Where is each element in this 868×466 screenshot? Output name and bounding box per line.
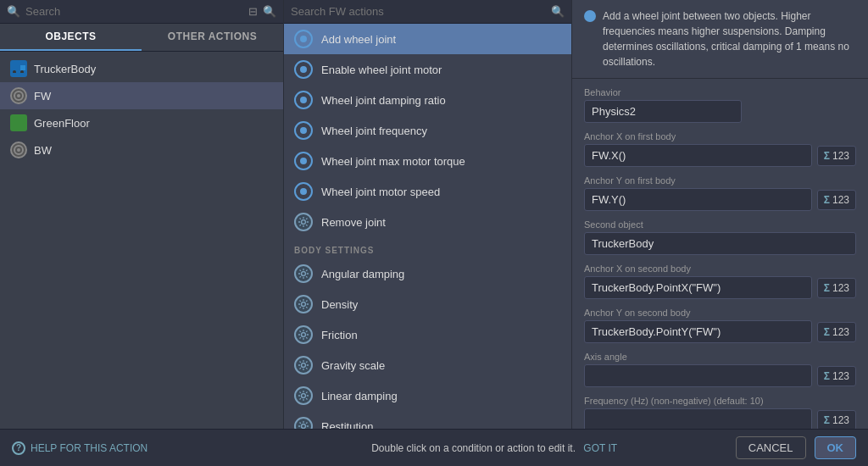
- left-search-bar: 🔍 ⊟ 🔍: [0, 0, 283, 24]
- action-label-enable-wheel-joint-motor: Enable wheel joint motor: [321, 64, 442, 76]
- help-label: HELP FOR THIS ACTION: [31, 442, 147, 454]
- action-wheel-joint-max-motor-torque[interactable]: Wheel joint max motor torque: [284, 146, 571, 176]
- action-icon-restitution: [294, 417, 313, 429]
- svg-point-11: [302, 302, 306, 307]
- action-icon-wheel-joint-damping-ratio: [294, 91, 313, 109]
- action-density[interactable]: Density: [284, 289, 571, 319]
- object-item-greenFloor[interactable]: GreenFloor: [0, 109, 283, 136]
- action-label-add-wheel-joint: Add wheel joint: [321, 33, 396, 46]
- body-settings-section-label: BODY SETTINGS: [284, 237, 571, 258]
- action-icon-gravity-scale: [294, 356, 313, 374]
- action-enable-wheel-joint-motor[interactable]: Enable wheel joint motor: [284, 54, 571, 85]
- sigma-symbol: Σ: [824, 150, 830, 162]
- object-name-fw: FW: [34, 90, 51, 103]
- field-anchor-x-first-label: Anchor X on first body: [584, 131, 856, 141]
- object-icon-bw: [10, 141, 27, 158]
- action-label-gravity-scale: Gravity scale: [321, 359, 385, 372]
- sigma-symbol-2: Σ: [824, 194, 830, 206]
- object-item-bw[interactable]: BW: [0, 136, 283, 164]
- field-axis-angle-input[interactable]: [584, 364, 812, 387]
- field-axis-angle-row: Σ 123: [584, 364, 856, 387]
- field-second-object: Second object: [584, 219, 856, 255]
- message-text: Double click on a condition or action to…: [371, 442, 576, 454]
- field-frequency-label: Frequency (Hz) (non-negative) (default: …: [584, 396, 856, 406]
- bottom-message: Double click on a condition or action to…: [253, 442, 736, 454]
- field-frequency-row: Σ 123: [584, 408, 856, 429]
- svg-point-9: [302, 220, 306, 225]
- field-anchor-x-first-row: Σ 123: [584, 144, 856, 167]
- info-text: Add a wheel joint between two objects. H…: [603, 8, 856, 69]
- sigma-symbol-6: Σ: [824, 414, 830, 426]
- field-anchor-y-first-row: Σ 123: [584, 188, 856, 211]
- help-link[interactable]: ? HELP FOR THIS ACTION: [12, 441, 253, 455]
- action-remove-joint[interactable]: Remove joint: [284, 207, 571, 237]
- number-badge-3: 123: [832, 282, 849, 294]
- sigma-btn-anchor-y-first[interactable]: Σ 123: [817, 190, 856, 210]
- sigma-symbol-3: Σ: [824, 282, 830, 294]
- middle-panel: 🔍 Add wheel joint Enable wheel joint mot…: [284, 0, 572, 429]
- action-icon-angular-damping: [294, 264, 313, 283]
- field-anchor-y-second-input[interactable]: [584, 320, 812, 343]
- number-badge-4: 123: [832, 326, 849, 338]
- field-axis-angle: Axis angle Σ 123: [584, 352, 856, 387]
- field-anchor-y-first-input[interactable]: [584, 188, 812, 211]
- middle-search-input[interactable]: [291, 5, 546, 18]
- action-icon-enable-wheel-joint-motor: [294, 60, 313, 79]
- object-icon-fw: [10, 87, 27, 104]
- info-dot-icon: [584, 10, 596, 22]
- sigma-btn-anchor-y-second[interactable]: Σ 123: [817, 322, 856, 342]
- object-item-fw[interactable]: FW: [0, 82, 283, 109]
- field-second-object-input[interactable]: [584, 232, 856, 255]
- action-restitution[interactable]: Restitution: [284, 411, 571, 429]
- left-panel: 🔍 ⊟ 🔍 OBJECTS OTHER ACTIONS TruckerBody …: [0, 0, 284, 429]
- field-anchor-x-second-label: Anchor X on second body: [584, 264, 856, 274]
- sigma-btn-anchor-x-second[interactable]: Σ 123: [817, 278, 856, 298]
- filter-icon[interactable]: ⊟: [248, 5, 258, 18]
- action-label-angular-damping: Angular damping: [321, 268, 404, 280]
- action-wheel-joint-motor-speed[interactable]: Wheel joint motor speed: [284, 176, 571, 207]
- object-icon-truckerBody: [10, 60, 27, 77]
- sigma-symbol-4: Σ: [824, 326, 830, 338]
- svg-rect-6: [12, 119, 25, 127]
- action-friction[interactable]: Friction: [284, 319, 571, 350]
- action-linear-damping[interactable]: Linear damping: [284, 380, 571, 411]
- number-badge-6: 123: [832, 414, 849, 426]
- svg-point-15: [302, 424, 306, 429]
- object-name-truckerBody: TruckerBody: [34, 63, 96, 75]
- action-angular-damping[interactable]: Angular damping: [284, 258, 571, 289]
- action-gravity-scale[interactable]: Gravity scale: [284, 350, 571, 380]
- action-wheel-joint-damping-ratio[interactable]: Wheel joint damping ratio: [284, 85, 571, 115]
- field-anchor-y-first: Anchor Y on first body Σ 123: [584, 175, 856, 211]
- left-search-input[interactable]: [25, 5, 243, 18]
- tab-objects[interactable]: OBJECTS: [0, 24, 142, 51]
- sigma-btn-anchor-x-first[interactable]: Σ 123: [817, 146, 856, 166]
- cancel-button[interactable]: CANCEL: [736, 436, 806, 459]
- field-second-object-label: Second object: [584, 219, 856, 230]
- field-frequency-input[interactable]: [584, 408, 812, 429]
- tab-other-actions[interactable]: OTHER ACTIONS: [142, 24, 283, 51]
- number-badge-2: 123: [832, 194, 849, 206]
- object-name-greenFloor: GreenFloor: [34, 117, 90, 130]
- ok-button[interactable]: OK: [815, 436, 857, 459]
- bottom-bar: ? HELP FOR THIS ACTION Double click on a…: [0, 429, 868, 466]
- action-wheel-joint-frequency[interactable]: Wheel joint frequency: [284, 115, 571, 146]
- field-anchor-x-first-input[interactable]: [584, 144, 812, 167]
- right-form: Behavior Anchor X on first body Σ 123 An…: [572, 79, 868, 429]
- action-add-wheel-joint[interactable]: Add wheel joint: [284, 24, 571, 54]
- svg-rect-1: [20, 65, 25, 70]
- action-label-wheel-joint-frequency: Wheel joint frequency: [321, 125, 427, 137]
- action-label-wheel-joint-max-motor-torque: Wheel joint max motor torque: [321, 155, 465, 168]
- number-badge: 123: [832, 150, 849, 162]
- action-label-restitution: Restitution: [321, 420, 373, 430]
- field-anchor-y-second-label: Anchor Y on second body: [584, 308, 856, 318]
- svg-point-3: [20, 70, 24, 73]
- sigma-btn-frequency[interactable]: Σ 123: [817, 410, 856, 430]
- got-it-button[interactable]: GOT IT: [583, 442, 617, 454]
- sigma-btn-axis-angle[interactable]: Σ 123: [817, 366, 856, 386]
- field-anchor-x-second-input[interactable]: [584, 276, 812, 299]
- search-icon-2[interactable]: 🔍: [263, 5, 276, 18]
- field-behavior-input[interactable]: [584, 100, 742, 123]
- object-item-truckerBody[interactable]: TruckerBody: [0, 55, 283, 82]
- svg-point-14: [302, 394, 306, 398]
- object-name-bw: BW: [34, 144, 52, 157]
